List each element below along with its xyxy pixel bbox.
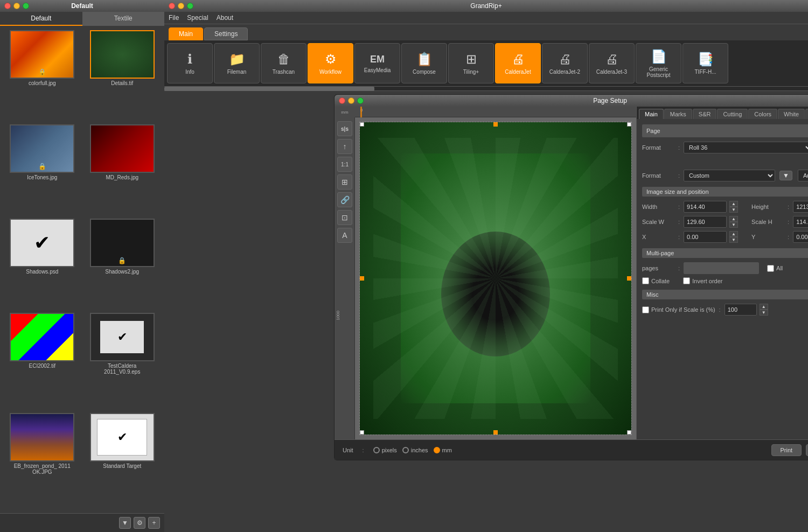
reset-button[interactable]: Reset: [806, 444, 808, 456]
toolbar-calderajet[interactable]: 🖨 CalderaJet: [495, 43, 541, 83]
canvas-tool-text[interactable]: A: [337, 228, 352, 243]
close-button-left[interactable]: [4, 3, 11, 9]
scale-w-up[interactable]: ▲: [729, 216, 738, 222]
list-item[interactable]: MD_Reds.jpg: [85, 124, 161, 214]
ps-tab-white[interactable]: White: [778, 109, 805, 119]
toolbar-generic-postscript[interactable]: 📄 GenericPostscript: [636, 43, 681, 83]
ps-maximize-button[interactable]: [357, 97, 364, 104]
collate-label[interactable]: Collate: [642, 277, 670, 284]
invert-checkbox[interactable]: [683, 277, 690, 284]
toolbar-calderajet2[interactable]: 🖨 CalderaJet-2: [542, 43, 588, 83]
print-only-checkbox[interactable]: [642, 306, 649, 313]
toolbar-calderajet3[interactable]: 🖨 CalderaJet-3: [589, 43, 635, 83]
width-up[interactable]: ▲: [729, 201, 738, 207]
list-item[interactable]: 🔒 Shadows2.jpg: [85, 219, 161, 309]
print-only-up[interactable]: ▲: [760, 304, 768, 310]
thumbnail-shadows[interactable]: ✔: [10, 219, 74, 267]
x-up[interactable]: ▲: [729, 231, 738, 237]
collate-checkbox[interactable]: [642, 277, 649, 284]
x-input[interactable]: [684, 231, 727, 243]
toolbar-tiling[interactable]: ⊞ Tiling+: [448, 43, 494, 83]
tab-textile[interactable]: Textile: [82, 12, 165, 26]
toolbar-info[interactable]: ℹ Info: [167, 43, 213, 83]
thumbnail-testcaldera[interactable]: ✔: [90, 313, 155, 361]
toolbar-easymedia[interactable]: EM EasyMedia: [354, 43, 400, 83]
x-down[interactable]: ▼: [729, 237, 738, 243]
add-button[interactable]: +: [148, 517, 160, 529]
pages-input[interactable]: [684, 262, 759, 274]
toolbar-tiff-h[interactable]: 📑 TIFF-H...: [682, 43, 728, 83]
all-checkbox-label[interactable]: All: [767, 265, 783, 272]
maximize-button-main[interactable]: [187, 3, 193, 9]
thumbnail-eci2002[interactable]: [10, 313, 74, 361]
ps-tab-marks[interactable]: Marks: [664, 109, 692, 119]
thumbnail-shadows2[interactable]: 🔒: [90, 219, 155, 267]
tab-default[interactable]: Default: [0, 12, 82, 26]
tab-main[interactable]: Main: [169, 27, 203, 40]
menu-about[interactable]: About: [217, 14, 233, 22]
ps-tab-cutting[interactable]: Cutting: [717, 109, 748, 119]
list-item[interactable]: ECI2002.tif: [4, 313, 80, 409]
scale-w-input[interactable]: [684, 216, 727, 228]
maximize-button-left[interactable]: [23, 3, 29, 9]
settings-button[interactable]: ⚙: [134, 517, 145, 529]
all-checkbox[interactable]: [767, 265, 774, 272]
scale-w-down[interactable]: ▼: [729, 222, 738, 228]
canvas-viewport[interactable]: [355, 117, 636, 439]
auto-select[interactable]: Auto: [798, 170, 808, 181]
width-input[interactable]: [684, 201, 727, 213]
canvas-tool-link[interactable]: 🔗: [337, 192, 352, 207]
format2-select[interactable]: Custom: [684, 170, 775, 181]
format-select[interactable]: Roll 36: [684, 142, 808, 153]
ps-tab-colors[interactable]: Colors: [748, 109, 777, 119]
radio-pixels[interactable]: pixels: [373, 447, 397, 453]
height-input[interactable]: [793, 201, 808, 213]
width-down[interactable]: ▼: [729, 207, 738, 213]
list-item[interactable]: ✔ TestCaldera 2011_V0.9.eps: [85, 313, 161, 409]
toolbar-fileman[interactable]: 📁 Fileman: [214, 43, 260, 83]
invert-label[interactable]: Invert order: [683, 277, 722, 284]
radio-inches[interactable]: inches: [402, 447, 428, 453]
canvas-tool-grid[interactable]: ⊞: [337, 174, 352, 190]
print-only-value[interactable]: [725, 304, 757, 316]
canvas-tool-1to1[interactable]: 1:1: [337, 157, 352, 172]
thumbnail-md-reds[interactable]: [90, 124, 155, 173]
ps-tab-sr[interactable]: S&R: [693, 109, 717, 119]
list-item[interactable]: ✔ Shadows.psd: [4, 219, 80, 309]
menu-file[interactable]: File: [169, 14, 179, 22]
list-item[interactable]: EB_frozen_pond_ 2011 OK.JPG: [4, 413, 80, 509]
minimize-button-left[interactable]: [13, 3, 20, 9]
thumbnail-colorfull[interactable]: 🔒: [10, 30, 74, 79]
thumbnail-standard[interactable]: ✔: [90, 413, 155, 461]
scale-h-input[interactable]: [793, 216, 808, 228]
print-only-checkbox-label[interactable]: Print Only if Scale is (%): [642, 306, 715, 313]
minimize-button-main[interactable]: [178, 3, 184, 9]
toolbar-workflow[interactable]: ⚙ Workflow: [308, 43, 353, 83]
canvas-tool-crop[interactable]: ⊡: [337, 210, 352, 225]
toolbar-scrollbar[interactable]: [164, 87, 374, 91]
list-item[interactable]: ✔ Standard Target: [85, 413, 161, 509]
scroll-down-button[interactable]: ▼: [119, 517, 131, 529]
format2-add-button[interactable]: ▼: [779, 171, 792, 180]
print-button[interactable]: Print: [771, 444, 802, 456]
canvas-tool-fit[interactable]: ↑: [337, 139, 352, 154]
ps-tab-varnish[interactable]: Varnish: [805, 109, 808, 119]
toolbar-trashcan[interactable]: 🗑 Trashcan: [261, 43, 307, 83]
radio-mm[interactable]: mm: [434, 447, 452, 453]
thumbnail-details[interactable]: [90, 30, 155, 79]
list-item[interactable]: 🔒 IceTones.jpg: [4, 124, 80, 214]
ps-tab-main[interactable]: Main: [639, 109, 664, 119]
ps-minimize-button[interactable]: [348, 97, 354, 104]
y-input[interactable]: [793, 231, 808, 243]
thumbnail-icetones[interactable]: 🔒: [10, 124, 74, 173]
ps-close-button[interactable]: [339, 97, 345, 104]
menu-special[interactable]: Special: [187, 14, 208, 22]
canvas-tool-s[interactable]: s|s: [337, 121, 352, 136]
close-button-main[interactable]: [169, 3, 175, 9]
thumbnail-eb-frozen[interactable]: [10, 413, 74, 461]
toolbar-scrollbar-area[interactable]: [164, 87, 808, 91]
list-item[interactable]: Details.tif: [85, 30, 161, 120]
list-item[interactable]: 🔒 colorfull.jpg: [4, 30, 80, 120]
tab-settings[interactable]: Settings: [204, 27, 248, 40]
print-only-down[interactable]: ▼: [760, 310, 768, 316]
